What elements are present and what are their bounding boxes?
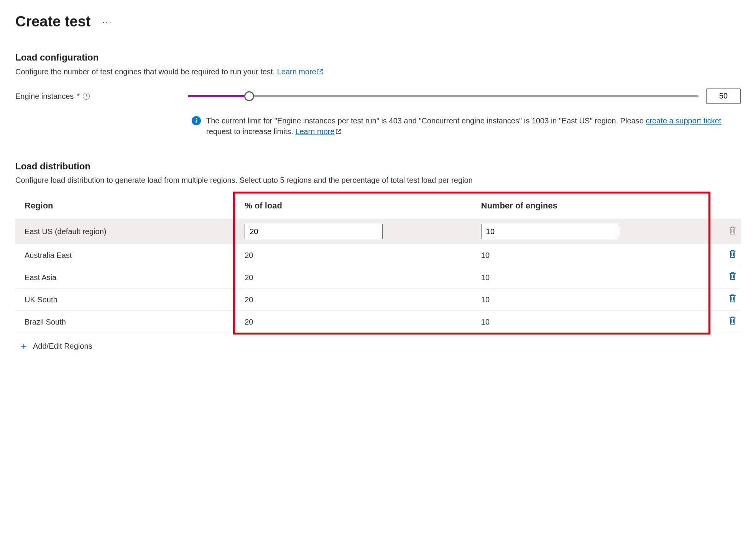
table-row: Brazil South2010	[15, 311, 741, 333]
percent-load-cell: 20	[235, 266, 472, 289]
load-config-description: Configure the number of test engines tha…	[15, 66, 741, 77]
engine-instances-label: Engine instances	[15, 91, 74, 102]
delete-region-button[interactable]	[728, 249, 737, 261]
delete-region-button[interactable]	[728, 294, 737, 305]
percent-load-cell: 20	[235, 244, 472, 266]
table-row: East Asia2010	[15, 266, 741, 289]
add-edit-regions-button[interactable]: +Add/Edit Regions	[19, 339, 92, 353]
add-edit-regions-label: Add/Edit Regions	[33, 341, 92, 351]
trash-icon	[728, 271, 737, 283]
region-cell: East Asia	[15, 266, 235, 289]
engine-instances-input[interactable]	[706, 89, 741, 104]
external-link-icon	[335, 126, 342, 133]
info-filled-icon: i	[192, 116, 201, 125]
region-cell: Australia East	[15, 244, 235, 266]
learn-more-limits-link[interactable]: Learn more	[295, 127, 341, 136]
delete-region-button[interactable]	[728, 271, 737, 283]
page-title: Create test	[15, 11, 90, 32]
trash-icon	[728, 294, 737, 305]
create-support-ticket-link[interactable]: create a support ticket	[646, 116, 721, 125]
region-cell: East US (default region)	[15, 219, 235, 244]
more-actions-button[interactable]: ···	[102, 15, 112, 28]
delete-region-button[interactable]	[728, 316, 737, 328]
region-cell: Brazil South	[15, 311, 235, 333]
num-engines-cell: 10	[472, 311, 708, 333]
load-distribution-heading: Load distribution	[15, 160, 741, 173]
table-row: East US (default region)	[15, 219, 741, 244]
external-link-icon	[317, 67, 323, 73]
trash-icon	[728, 316, 737, 328]
trash-icon	[728, 226, 737, 238]
percent-load-input[interactable]	[245, 224, 383, 239]
load-distribution-description: Configure load distribution to generate …	[15, 175, 741, 185]
num-engines-cell: 10	[472, 289, 708, 311]
header-num-engines: Number of engines	[472, 193, 708, 219]
header-percent-load: % of load	[235, 193, 472, 219]
table-row: UK South2010	[15, 289, 741, 311]
num-engines-cell: 10	[472, 266, 708, 289]
engine-instances-slider[interactable]	[188, 90, 698, 102]
load-config-heading: Load configuration	[15, 51, 741, 64]
trash-icon	[728, 249, 737, 261]
num-engines-input[interactable]	[481, 224, 619, 239]
delete-region-button	[728, 226, 737, 238]
num-engines-cell: 10	[472, 244, 708, 266]
header-region: Region	[15, 193, 235, 219]
plus-icon: +	[19, 339, 28, 353]
info-icon[interactable]: i	[83, 93, 90, 100]
percent-load-cell: 20	[235, 311, 472, 333]
engine-limit-message: The current limit for "Engine instances …	[206, 115, 741, 137]
table-row: Australia East2010	[15, 244, 741, 266]
region-cell: UK South	[15, 289, 235, 311]
percent-load-cell: 20	[235, 289, 472, 311]
learn-more-link[interactable]: Learn more	[277, 67, 323, 76]
required-asterisk: *	[77, 91, 80, 102]
